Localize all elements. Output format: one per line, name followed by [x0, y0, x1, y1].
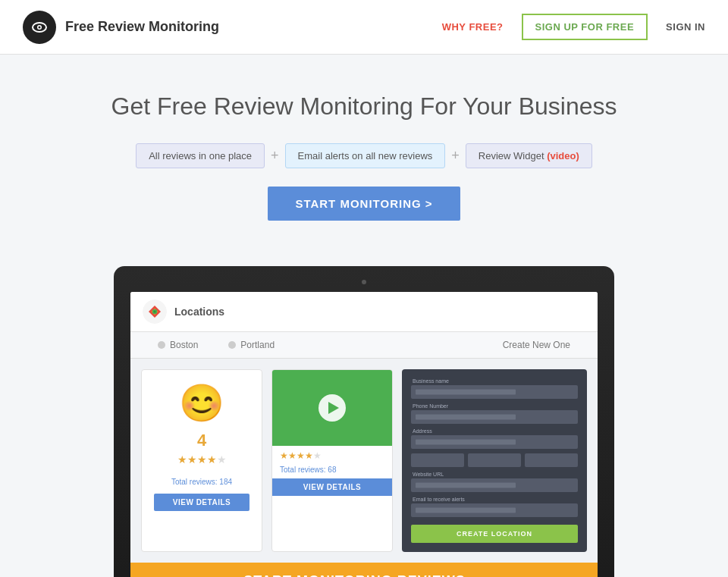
logo-icon [23, 11, 56, 44]
form-field-city[interactable] [411, 453, 464, 467]
form-field-business[interactable] [411, 385, 578, 399]
tab-dot-boston [158, 341, 165, 349]
svg-point-5 [153, 310, 155, 312]
form-label-address: Address [411, 428, 578, 434]
main-nav: WHY FREE? SIGN UP FOR FREE SIGN IN [442, 14, 705, 40]
portland-stars: ★★★★★ [272, 446, 392, 466]
screen-header: Locations [130, 292, 598, 332]
location-card-boston: 😊 4 ★★★★★ Total reviews: 184 VIEW DETAIL… [141, 369, 262, 552]
form-field-email[interactable] [411, 503, 578, 517]
feature-pill-reviews: All reviews in one place [136, 143, 265, 168]
form-field-phone[interactable] [411, 410, 578, 424]
logo-area: Free Review Monitoring [23, 11, 219, 44]
boston-reviews: Total reviews: 184 [154, 478, 249, 486]
plus-sign-1: + [271, 148, 279, 164]
create-location-button[interactable]: CREATE LOCATION [411, 525, 578, 543]
boston-view-details-button[interactable]: VIEW DETAILS [154, 494, 249, 511]
feature-pill-widget: Review Widget (video) [466, 143, 592, 168]
bottom-cta-banner[interactable]: START MONITORING REVIEWS → (no credit ca… [130, 563, 598, 577]
form-label-email: Email to receive alerts [411, 497, 578, 502]
tab-portland[interactable]: Portland [213, 332, 290, 358]
form-field-address[interactable] [411, 435, 578, 449]
form-field-state[interactable] [468, 453, 521, 467]
nav-signup-button[interactable]: SIGN UP FOR FREE [522, 14, 648, 40]
tab-dot-portland [228, 341, 236, 349]
portland-view-details-button[interactable]: VIEW DETAILS [272, 478, 392, 496]
nav-why-free[interactable]: WHY FREE? [442, 21, 504, 33]
boston-rating: 4 [154, 431, 249, 450]
play-button[interactable] [318, 394, 346, 422]
hero-section: Get Free Review Monitoring For Your Busi… [0, 55, 728, 266]
portland-reviews: Total reviews: 68 [272, 466, 392, 478]
bottom-cta-title: START MONITORING REVIEWS → [146, 573, 582, 577]
form-label-phone: Phone Number [411, 403, 578, 409]
svg-point-2 [39, 26, 41, 28]
form-field-zip[interactable] [525, 453, 578, 467]
form-city-state-zip-row [411, 453, 578, 467]
hero-title: Get Free Review Monitoring For Your Busi… [15, 93, 713, 121]
video-link[interactable]: (video) [547, 150, 579, 161]
form-label-business: Business name [411, 378, 578, 384]
play-triangle-icon [328, 402, 339, 414]
laptop-screen-outer: Locations Boston Portland Create New One [114, 266, 614, 577]
laptop: Locations Boston Portland Create New One [114, 266, 614, 577]
laptop-camera [362, 280, 366, 284]
screen-header-title: Locations [174, 306, 224, 318]
features-row: All reviews in one place + Email alerts … [15, 143, 713, 168]
tab-create-new[interactable]: Create New One [488, 332, 585, 358]
screen-cards: 😊 4 ★★★★★ Total reviews: 184 VIEW DETAIL… [130, 359, 598, 563]
plus-sign-2: + [451, 148, 460, 164]
start-monitoring-button[interactable]: START MONITORING > [268, 187, 460, 221]
tab-boston[interactable]: Boston [143, 332, 213, 358]
laptop-mockup: Locations Boston Portland Create New One [0, 266, 728, 577]
laptop-screen: Locations Boston Portland Create New One [130, 292, 598, 577]
logo-text: Free Review Monitoring [65, 19, 219, 35]
form-label-website: Website URL [411, 472, 578, 477]
nav-signin-link[interactable]: SIGN IN [666, 21, 705, 33]
form-field-website[interactable] [411, 478, 578, 492]
boston-emoji: 😊 [154, 382, 249, 425]
screen-tabs: Boston Portland Create New One [130, 332, 598, 359]
video-thumbnail[interactable] [272, 370, 392, 446]
create-location-form: Business name Phone Number Address Websi… [402, 369, 587, 552]
location-card-portland: ★★★★★ Total reviews: 68 VIEW DETAILS [271, 369, 393, 552]
feature-pill-email: Email alerts on all new reviews [285, 143, 446, 168]
screen-logo-icon [143, 299, 167, 324]
boston-stars: ★★★★★ [154, 453, 249, 466]
